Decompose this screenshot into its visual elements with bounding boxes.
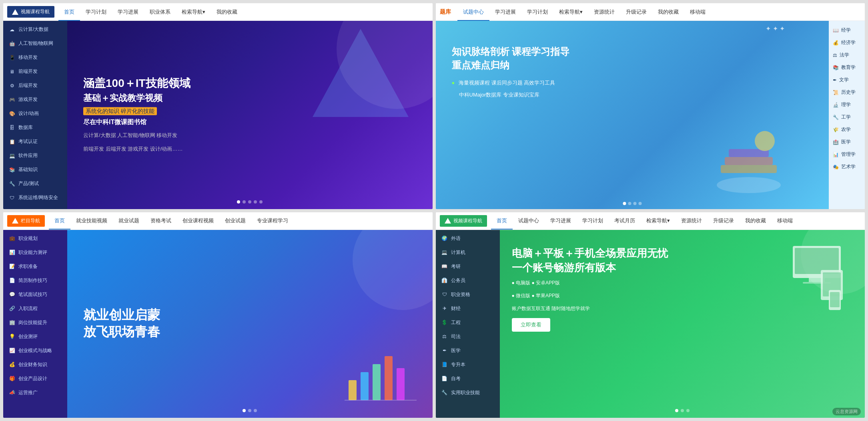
p4-nav-progress[interactable]: 学习进展 [545, 212, 577, 230]
sidebar-db[interactable]: 🗄 数据库 [3, 121, 67, 135]
p3-nav-home[interactable]: 首页 [49, 212, 70, 230]
nav-search[interactable]: 检索导航▾ [176, 3, 211, 21]
p2-nav-favorites[interactable]: 我的收藏 [652, 3, 684, 21]
nav-home[interactable]: 首页 [58, 3, 80, 21]
sidebar-backend[interactable]: ⚙ 后端开发 [3, 79, 67, 93]
p3-dot-2[interactable] [248, 409, 251, 412]
sidebar-ai[interactable]: 🤖 人工智能/物联网 [3, 36, 67, 50]
sidebar-software[interactable]: 💻 软件应用 [3, 149, 67, 163]
p4-nav-resource[interactable]: 资源统计 [676, 212, 708, 230]
p4-dot-3[interactable] [686, 409, 690, 412]
sidebar-basics[interactable]: 📚 基础知识 [3, 163, 67, 177]
p4-dot-2[interactable] [681, 409, 684, 412]
p2-dot-2[interactable] [628, 202, 631, 205]
p2-nav-mobile[interactable]: 移动端 [684, 3, 711, 21]
view-now-button[interactable]: 立即查看 [512, 318, 550, 332]
dot-1[interactable] [237, 200, 240, 203]
nav-career[interactable]: 职业体系 [144, 3, 176, 21]
p4-dot-1[interactable] [675, 409, 678, 412]
cat-eng-label: 工学 [841, 114, 851, 121]
p2-nav-progress[interactable]: 学习进展 [489, 3, 521, 21]
p3-nav-tests[interactable]: 就业试题 [113, 212, 145, 230]
panel1-logo[interactable]: 视频课程导航 [7, 6, 54, 18]
nav-progress[interactable]: 学习进展 [112, 3, 144, 21]
p3-skill-up[interactable]: 🏢 岗位技能提升 [3, 316, 67, 330]
p2-nav-upgrade[interactable]: 升级记录 [620, 3, 652, 21]
p3-product-design[interactable]: 🎁 创业产品设计 [3, 372, 67, 386]
sidebar-exam[interactable]: 📋 考试认证 [3, 135, 67, 149]
nav-study-plan[interactable]: 学习计划 [80, 3, 112, 21]
cat-mgmt[interactable]: 📊 管理学 [829, 148, 865, 161]
p2-nav-resource[interactable]: 资源统计 [588, 3, 620, 21]
p3-nav-courses[interactable]: 专业课程学习 [251, 212, 294, 230]
cat-economics[interactable]: 📖 经学 [829, 24, 865, 36]
p4-medical[interactable]: ✒ 医学 [436, 344, 500, 358]
p2-nav-trial[interactable]: 试题中心 [457, 3, 489, 21]
p4-law[interactable]: ⚖ 司法 [436, 330, 500, 344]
p3-dot-3[interactable] [254, 409, 257, 412]
cat-art[interactable]: 🎭 艺术学 [829, 161, 865, 173]
p4-nav-mobile[interactable]: 移动端 [772, 212, 798, 230]
p4-graduate[interactable]: 📖 考研 [436, 260, 500, 274]
p4-engineering[interactable]: 💲 工程 [436, 316, 500, 330]
sidebar-product[interactable]: 🔧 产品/测试 [3, 177, 67, 191]
p3-startup-strategy[interactable]: 📈 创业模式与战略 [3, 344, 67, 358]
p3-interview[interactable]: 💬 笔试面试技巧 [3, 288, 67, 302]
cat-sci[interactable]: 🔬 理学 [829, 99, 865, 111]
cat-eng[interactable]: 🔧 工学 [829, 111, 865, 123]
cat-hist[interactable]: 📜 历史学 [829, 86, 865, 99]
dot-2[interactable] [243, 200, 246, 203]
p2-nav-search[interactable]: 检索导航▾ [553, 3, 588, 21]
p4-upgrade[interactable]: 📘 专升本 [436, 358, 500, 372]
cat-med[interactable]: 🏥 医学 [829, 136, 865, 148]
panel3-logo[interactable]: 栏目导航 [7, 215, 45, 227]
p3-startup-finance[interactable]: 💰 创业财务知识 [3, 358, 67, 372]
dot-4[interactable] [254, 200, 257, 203]
p4-qualification[interactable]: 🛡 职业资格 [436, 288, 500, 302]
cat-lit[interactable]: ✒ 文学 [829, 74, 865, 86]
p4-computer[interactable]: 💻 计算机 [436, 246, 500, 260]
p2-dot-4[interactable] [638, 202, 641, 205]
p2-dot-1[interactable] [623, 202, 626, 205]
p3-nav-startup-test[interactable]: 创业试题 [219, 212, 251, 230]
sidebar-game[interactable]: 🎮 游戏开发 [3, 93, 67, 107]
dot-5[interactable] [259, 200, 263, 203]
p3-startup-eval[interactable]: 💡 创业测评 [3, 330, 67, 344]
p4-nav-upgrade[interactable]: 升级记录 [708, 212, 740, 230]
cat-edu[interactable]: 📚 教育学 [829, 61, 865, 74]
p3-job-prep[interactable]: 📝 求职准备 [3, 260, 67, 274]
sidebar-cloud[interactable]: ☁ 云计算/大数据 [3, 22, 67, 36]
p4-nav-home[interactable]: 首页 [491, 212, 513, 230]
p4-civil[interactable]: 👔 公务员 [436, 274, 500, 288]
p4-nav-search[interactable]: 检索导航▾ [641, 212, 676, 230]
p3-resume[interactable]: 📄 简历制作技巧 [3, 274, 67, 288]
cat-law[interactable]: ⚖ 法学 [829, 49, 865, 61]
p3-dot-1[interactable] [243, 409, 246, 412]
p3-onboard[interactable]: 🔗 入职流程 [3, 302, 67, 316]
p4-nav-plan[interactable]: 学习计划 [577, 212, 609, 230]
sidebar-design[interactable]: 🎨 设计/动画 [3, 107, 67, 121]
p2-nav-plan[interactable]: 学习计划 [521, 3, 553, 21]
sidebar-mobile[interactable]: 📱 移动开发 [3, 50, 67, 64]
p4-finance[interactable]: ✈ 财经 [436, 302, 500, 316]
p4-vocational[interactable]: 🔧 实用职业技能 [436, 386, 500, 400]
nav-favorites[interactable]: 我的收藏 [211, 3, 243, 21]
p3-career-plan[interactable]: 💼 职业规划 [3, 232, 67, 246]
p4-nav-favorites[interactable]: 我的收藏 [740, 212, 772, 230]
dot-3[interactable] [248, 200, 251, 203]
p3-nav-cert[interactable]: 资格考试 [145, 212, 177, 230]
panel4-logo[interactable]: 视频课程导航 [440, 215, 487, 227]
p3-nav-skills[interactable]: 就业技能视频 [70, 212, 113, 230]
p4-self-study[interactable]: 📄 自考 [436, 372, 500, 386]
cat-agri[interactable]: 🌾 农学 [829, 123, 865, 136]
cat-econ[interactable]: 💰 经济学 [829, 36, 865, 49]
p4-nav-trial[interactable]: 试题中心 [513, 212, 545, 230]
sidebar-frontend[interactable]: 🖥 前端开发 [3, 64, 67, 79]
p2-dot-3[interactable] [633, 202, 636, 205]
p3-marketing[interactable]: 📣 运营推广 [3, 386, 67, 400]
sidebar-security[interactable]: 🛡 系统运维/网络安全 [3, 191, 67, 205]
p3-nav-startup[interactable]: 创业课程视频 [177, 212, 219, 230]
p3-career-eval[interactable]: 📊 职业能力测评 [3, 246, 67, 260]
p4-nav-calendar[interactable]: 考试月历 [609, 212, 641, 230]
p4-language[interactable]: 🌍 外语 [436, 232, 500, 246]
